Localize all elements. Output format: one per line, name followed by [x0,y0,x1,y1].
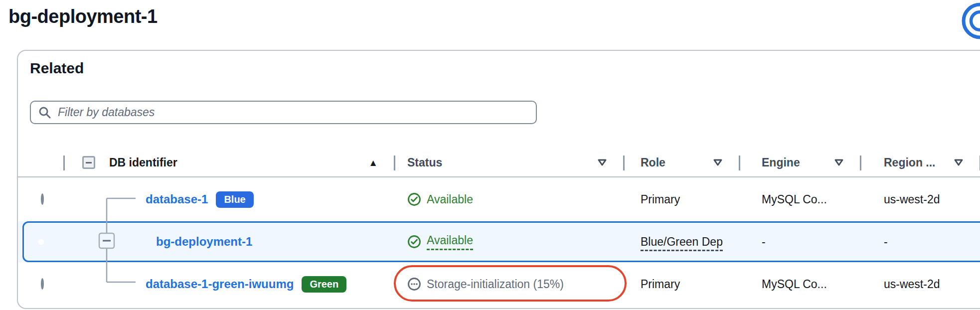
db-identifier-link[interactable]: bg-deployment-1 [156,235,252,249]
db-identifier-link[interactable]: database-1 [146,192,208,206]
blue-badge: Blue [216,191,253,208]
table-body: database-1 Blue Available Primary MySQL … [18,177,980,306]
filter-input[interactable] [58,106,529,119]
radio-button[interactable] [41,278,44,290]
sort-icon[interactable] [954,158,964,166]
related-panel: Related DB identifier ▲ Status [17,50,980,309]
sort-icon[interactable] [834,158,844,166]
column-label: Role [641,156,665,169]
column-label: Region ... [884,156,936,169]
filter-field[interactable] [30,101,537,124]
column-header-status[interactable]: Status [395,149,624,176]
collapse-all-checkbox-icon[interactable] [82,156,95,169]
column-label: Engine [762,156,800,169]
column-label: DB identifier [109,156,177,169]
table-header-row: DB identifier ▲ Status Role Engine [18,149,980,177]
column-header-region[interactable]: Region ... [861,149,980,176]
check-circle-icon [407,192,421,206]
region-cell: us-west-2d [861,278,980,291]
refresh-icon [960,1,980,41]
sort-icon[interactable] [597,158,607,166]
table-row[interactable]: database-1 Blue Available Primary MySQL … [18,177,980,221]
column-label: Status [407,156,442,169]
role-popover-trigger[interactable]: Blue/Green Dep [641,235,723,251]
column-header-role[interactable]: Role [624,149,740,176]
engine-cell: MySQL Co... [740,278,861,291]
check-circle-icon [407,235,421,249]
column-header-engine[interactable]: Engine [740,149,861,176]
role-cell: Primary [624,278,740,291]
status-text: Storage-initialization (15%) [427,278,564,291]
table-row[interactable]: bg-deployment-1 Available Blue/Green Dep… [18,221,980,262]
db-identifier-link[interactable]: database-1-green-iwuumg [146,277,294,291]
panel-heading: Related [30,60,84,77]
sort-ascending-icon[interactable]: ▲ [368,158,378,167]
page-title: bg-deployment-1 [8,6,158,27]
selection-header-cell [18,149,64,176]
region-cell: us-west-2d [861,193,980,206]
green-badge: Green [302,276,346,293]
refresh-button[interactable] [960,1,980,41]
column-header-db-identifier[interactable]: DB identifier ▲ [64,149,395,176]
status-popover-trigger[interactable]: Available [427,234,473,250]
table-row[interactable]: database-1-green-iwuumg Green Storage-in… [18,262,980,306]
engine-cell: - [740,235,861,249]
search-icon [38,106,52,120]
related-table: DB identifier ▲ Status Role Engine [18,149,980,306]
region-cell: - [861,235,980,249]
radio-button[interactable] [41,193,44,205]
role-cell: Primary [624,193,740,206]
ellipsis-circle-icon [407,277,421,291]
sort-icon[interactable] [713,158,723,166]
engine-cell: MySQL Co... [740,193,861,206]
status-text: Available [427,193,473,206]
